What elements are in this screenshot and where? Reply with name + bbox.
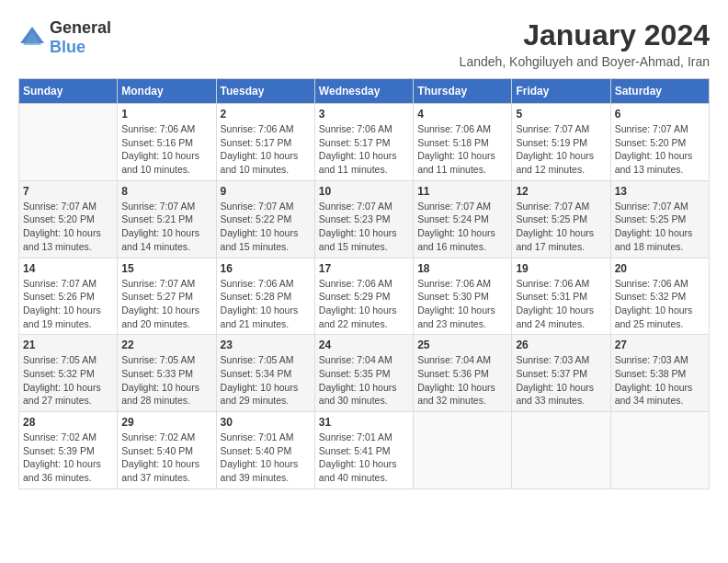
day-number: 20 bbox=[615, 262, 705, 275]
day-info: Sunrise: 7:01 AMSunset: 5:40 PMDaylight:… bbox=[221, 431, 311, 485]
calendar-cell: 19Sunrise: 7:06 AMSunset: 5:31 PMDayligh… bbox=[512, 258, 610, 335]
week-row-3: 14Sunrise: 7:07 AMSunset: 5:26 PMDayligh… bbox=[19, 258, 710, 335]
day-info: Sunrise: 7:07 AMSunset: 5:25 PMDaylight:… bbox=[516, 200, 606, 254]
day-number: 12 bbox=[516, 185, 606, 198]
day-info: Sunrise: 7:07 AMSunset: 5:22 PMDaylight:… bbox=[221, 200, 311, 254]
day-info: Sunrise: 7:06 AMSunset: 5:29 PMDaylight:… bbox=[319, 277, 409, 331]
day-info: Sunrise: 7:05 AMSunset: 5:34 PMDaylight:… bbox=[221, 353, 311, 408]
day-info: Sunrise: 7:07 AMSunset: 5:25 PMDaylight:… bbox=[615, 200, 705, 254]
day-info: Sunrise: 7:02 AMSunset: 5:40 PMDaylight:… bbox=[121, 431, 211, 485]
day-info: Sunrise: 7:07 AMSunset: 5:21 PMDaylight:… bbox=[121, 200, 211, 254]
day-info: Sunrise: 7:07 AMSunset: 5:20 PMDaylight:… bbox=[23, 200, 113, 254]
calendar-cell: 18Sunrise: 7:06 AMSunset: 5:30 PMDayligh… bbox=[414, 258, 512, 335]
day-number: 26 bbox=[516, 339, 606, 351]
day-number: 2 bbox=[221, 108, 311, 121]
calendar-cell: 30Sunrise: 7:01 AMSunset: 5:40 PMDayligh… bbox=[216, 412, 314, 489]
page-header: General Blue January 2024 Landeh, Kohgil… bbox=[18, 18, 710, 69]
calendar-cell: 15Sunrise: 7:07 AMSunset: 5:27 PMDayligh… bbox=[118, 258, 216, 335]
day-number: 21 bbox=[23, 339, 113, 351]
calendar-cell: 21Sunrise: 7:05 AMSunset: 5:32 PMDayligh… bbox=[19, 335, 118, 412]
day-number: 1 bbox=[121, 108, 211, 121]
day-number: 27 bbox=[615, 339, 705, 351]
day-number: 31 bbox=[319, 416, 409, 429]
day-number: 5 bbox=[516, 108, 606, 121]
day-info: Sunrise: 7:07 AMSunset: 5:24 PMDaylight:… bbox=[417, 200, 507, 254]
day-number: 7 bbox=[23, 185, 113, 198]
weekday-header-sunday: Sunday bbox=[19, 79, 118, 104]
calendar-cell: 25Sunrise: 7:04 AMSunset: 5:36 PMDayligh… bbox=[414, 335, 512, 412]
weekday-header-friday: Friday bbox=[512, 79, 610, 104]
day-info: Sunrise: 7:06 AMSunset: 5:17 PMDaylight:… bbox=[319, 122, 409, 177]
title-block: January 2024 Landeh, Kohgiluyeh and Boye… bbox=[460, 18, 710, 69]
calendar-cell: 4Sunrise: 7:06 AMSunset: 5:18 PMDaylight… bbox=[414, 104, 512, 181]
day-number: 11 bbox=[417, 185, 507, 198]
calendar-cell: 22Sunrise: 7:05 AMSunset: 5:33 PMDayligh… bbox=[118, 335, 216, 412]
day-number: 9 bbox=[221, 185, 311, 198]
calendar-cell: 26Sunrise: 7:03 AMSunset: 5:37 PMDayligh… bbox=[512, 335, 610, 412]
calendar-cell: 20Sunrise: 7:06 AMSunset: 5:32 PMDayligh… bbox=[610, 258, 709, 335]
day-number: 15 bbox=[121, 262, 211, 275]
logo-text-general: General bbox=[50, 18, 111, 37]
day-number: 6 bbox=[615, 108, 705, 121]
day-number: 4 bbox=[417, 108, 507, 121]
day-info: Sunrise: 7:05 AMSunset: 5:33 PMDaylight:… bbox=[121, 353, 211, 408]
calendar-cell: 10Sunrise: 7:07 AMSunset: 5:23 PMDayligh… bbox=[314, 180, 413, 258]
calendar-cell: 24Sunrise: 7:04 AMSunset: 5:35 PMDayligh… bbox=[314, 335, 413, 412]
week-row-2: 7Sunrise: 7:07 AMSunset: 5:20 PMDaylight… bbox=[19, 180, 710, 258]
calendar-cell bbox=[19, 104, 118, 181]
calendar-cell bbox=[414, 412, 512, 489]
calendar-cell: 14Sunrise: 7:07 AMSunset: 5:26 PMDayligh… bbox=[19, 258, 118, 335]
day-number: 29 bbox=[121, 416, 211, 429]
day-info: Sunrise: 7:06 AMSunset: 5:17 PMDaylight:… bbox=[221, 122, 311, 177]
calendar-cell: 23Sunrise: 7:05 AMSunset: 5:34 PMDayligh… bbox=[216, 335, 314, 412]
day-info: Sunrise: 7:07 AMSunset: 5:26 PMDaylight:… bbox=[23, 277, 113, 331]
day-info: Sunrise: 7:07 AMSunset: 5:27 PMDaylight:… bbox=[121, 277, 211, 331]
calendar-cell: 17Sunrise: 7:06 AMSunset: 5:29 PMDayligh… bbox=[314, 258, 413, 335]
logo: General Blue bbox=[18, 18, 111, 57]
day-number: 22 bbox=[121, 339, 211, 351]
week-row-5: 28Sunrise: 7:02 AMSunset: 5:39 PMDayligh… bbox=[19, 412, 710, 489]
calendar-cell: 8Sunrise: 7:07 AMSunset: 5:21 PMDaylight… bbox=[118, 180, 216, 258]
day-info: Sunrise: 7:06 AMSunset: 5:32 PMDaylight:… bbox=[615, 277, 705, 331]
day-info: Sunrise: 7:07 AMSunset: 5:19 PMDaylight:… bbox=[516, 122, 606, 177]
day-number: 17 bbox=[319, 262, 409, 275]
day-number: 14 bbox=[23, 262, 113, 275]
weekday-header-row: SundayMondayTuesdayWednesdayThursdayFrid… bbox=[19, 79, 710, 104]
calendar-cell: 13Sunrise: 7:07 AMSunset: 5:25 PMDayligh… bbox=[610, 180, 709, 258]
calendar-cell: 6Sunrise: 7:07 AMSunset: 5:20 PMDaylight… bbox=[610, 104, 709, 181]
logo-text-blue: Blue bbox=[50, 38, 85, 56]
calendar-cell bbox=[610, 412, 709, 489]
day-info: Sunrise: 7:07 AMSunset: 5:23 PMDaylight:… bbox=[319, 200, 409, 254]
month-title: January 2024 bbox=[460, 18, 710, 52]
calendar-cell: 3Sunrise: 7:06 AMSunset: 5:17 PMDaylight… bbox=[314, 104, 413, 181]
day-info: Sunrise: 7:06 AMSunset: 5:18 PMDaylight:… bbox=[417, 122, 507, 177]
calendar-cell: 9Sunrise: 7:07 AMSunset: 5:22 PMDaylight… bbox=[216, 180, 314, 258]
day-number: 19 bbox=[516, 262, 606, 275]
day-info: Sunrise: 7:03 AMSunset: 5:37 PMDaylight:… bbox=[516, 353, 606, 408]
day-number: 3 bbox=[319, 108, 409, 121]
day-number: 13 bbox=[615, 185, 705, 198]
day-info: Sunrise: 7:02 AMSunset: 5:39 PMDaylight:… bbox=[23, 431, 113, 485]
day-info: Sunrise: 7:01 AMSunset: 5:41 PMDaylight:… bbox=[319, 431, 409, 485]
day-number: 16 bbox=[221, 262, 311, 275]
day-number: 24 bbox=[319, 339, 409, 351]
day-number: 18 bbox=[417, 262, 507, 275]
day-info: Sunrise: 7:04 AMSunset: 5:36 PMDaylight:… bbox=[417, 353, 507, 408]
day-number: 23 bbox=[221, 339, 311, 351]
calendar-cell: 11Sunrise: 7:07 AMSunset: 5:24 PMDayligh… bbox=[414, 180, 512, 258]
day-info: Sunrise: 7:06 AMSunset: 5:31 PMDaylight:… bbox=[516, 277, 606, 331]
weekday-header-saturday: Saturday bbox=[610, 79, 709, 104]
day-number: 28 bbox=[23, 416, 113, 429]
day-info: Sunrise: 7:06 AMSunset: 5:30 PMDaylight:… bbox=[417, 277, 507, 331]
calendar-table: SundayMondayTuesdayWednesdayThursdayFrid… bbox=[18, 78, 710, 489]
week-row-4: 21Sunrise: 7:05 AMSunset: 5:32 PMDayligh… bbox=[19, 335, 710, 412]
day-number: 8 bbox=[121, 185, 211, 198]
day-number: 25 bbox=[417, 339, 507, 351]
logo-icon bbox=[18, 25, 46, 51]
day-info: Sunrise: 7:04 AMSunset: 5:35 PMDaylight:… bbox=[319, 353, 409, 408]
calendar-cell: 31Sunrise: 7:01 AMSunset: 5:41 PMDayligh… bbox=[314, 412, 413, 489]
calendar-cell: 29Sunrise: 7:02 AMSunset: 5:40 PMDayligh… bbox=[118, 412, 216, 489]
day-info: Sunrise: 7:05 AMSunset: 5:32 PMDaylight:… bbox=[23, 353, 113, 408]
week-row-1: 1Sunrise: 7:06 AMSunset: 5:16 PMDaylight… bbox=[19, 104, 710, 181]
day-number: 10 bbox=[319, 185, 409, 198]
